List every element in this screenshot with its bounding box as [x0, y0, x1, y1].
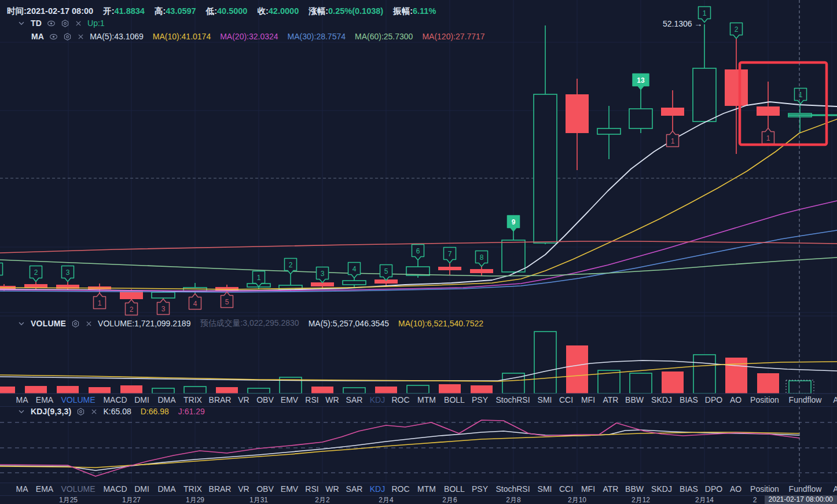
indicator-tab-a[interactable]: A [833, 483, 837, 495]
indicator-tab-ema[interactable]: EMA [36, 483, 53, 495]
td-signal-markers: 23123456789131211234511 [0, 7, 807, 315]
indicator-tab-mfi[interactable]: MFI [581, 483, 595, 495]
indicator-tab-bbw[interactable]: BBW [625, 483, 644, 495]
indicator-tab-mtm[interactable]: MTM [417, 394, 436, 406]
signal-tag-buy: 4 [348, 263, 361, 278]
indicator-tab-bias[interactable]: BIAS [680, 394, 698, 406]
indicator-tab-skdj[interactable]: SKDJ [651, 483, 672, 495]
info-label: 涨幅: [309, 6, 328, 16]
indicator-tab-rsi[interactable]: RSI [305, 394, 318, 406]
indicator-tab-atr[interactable]: ATR [603, 483, 619, 495]
indicator-tab-smi[interactable]: SMI [538, 483, 552, 495]
signal-tag-buy: 2 [730, 23, 743, 39]
kdj-layer [0, 420, 837, 476]
gear-icon[interactable] [76, 407, 85, 416]
indicator-tab-kdj[interactable]: KDJ [370, 394, 385, 406]
indicator-tab-bias[interactable]: BIAS [680, 483, 698, 495]
ohlc-info-item: 高:43.0597 [155, 6, 196, 17]
volume-bar [757, 373, 779, 393]
indicator-tab-emv[interactable]: EMV [281, 394, 298, 406]
indicator-tab-trix[interactable]: TRIX [183, 394, 202, 406]
chevron-down-icon[interactable] [17, 319, 25, 328]
close-icon[interactable] [75, 20, 82, 27]
indicator-tab-dpo[interactable]: DPO [705, 394, 722, 406]
eye-icon[interactable] [49, 32, 58, 41]
indicator-tab-stochrsi[interactable]: StochRSI [495, 483, 530, 495]
indicator-tab-dmi[interactable]: DMI [134, 483, 149, 495]
info-value: 42.0000 [269, 6, 299, 16]
indicator-tab-vr[interactable]: VR [238, 394, 249, 406]
indicator-tab-rsi[interactable]: RSI [305, 483, 318, 495]
svg-text:8: 8 [480, 253, 484, 262]
indicator-tab-dmi[interactable]: DMI [134, 394, 149, 406]
indicator-tab-vr[interactable]: VR [238, 483, 249, 495]
indicator-tab-ma[interactable]: MA [16, 483, 28, 495]
indicator-tab-brar[interactable]: BRAR [209, 394, 232, 406]
indicator-tab-trix[interactable]: TRIX [183, 483, 202, 495]
indicator-tab-atr[interactable]: ATR [603, 394, 619, 406]
kdj-indicator-row: KDJ(9,3,3) K:65.08D:66.98J:61.29 [17, 407, 205, 416]
indicator-tab-dma[interactable]: DMA [157, 483, 175, 495]
indicator-tab-dma[interactable]: DMA [157, 394, 175, 406]
indicator-tab-smi[interactable]: SMI [538, 394, 552, 406]
indicator-tab-fundflow[interactable]: Fundflow [789, 483, 822, 495]
indicator-tab-ao[interactable]: AO [730, 394, 741, 406]
indicator-tab-kdj[interactable]: KDJ [370, 483, 385, 495]
signal-tag-buy: 2 [285, 259, 297, 283]
indicator-tab-a[interactable]: A [833, 394, 837, 406]
volume-indicator-values: VOLUME:1,721,099.2189预估成交量:3,022,295.283… [98, 318, 483, 329]
close-icon[interactable] [90, 408, 98, 415]
indicator-tab-ma[interactable]: MA [16, 394, 28, 406]
indicator-tab-sar[interactable]: SAR [346, 483, 363, 495]
gear-icon[interactable] [63, 32, 72, 41]
indicator-tab-roc[interactable]: ROC [391, 394, 409, 406]
indicator-tab-volume[interactable]: VOLUME [61, 483, 95, 495]
indicator-tab-psy[interactable]: PSY [472, 483, 488, 495]
indicator-tab-boll[interactable]: BOLL [444, 483, 465, 495]
svg-text:1: 1 [766, 134, 770, 142]
eye-icon[interactable] [47, 19, 56, 28]
indicator-tab-ema[interactable]: EMA [36, 394, 53, 406]
svg-text:9: 9 [512, 218, 516, 226]
indicator-tab-position[interactable]: Position [750, 394, 779, 406]
indicator-tab-mtm[interactable]: MTM [417, 483, 436, 495]
indicator-tab-macd[interactable]: MACD [103, 483, 127, 495]
indicator-tab-wr[interactable]: WR [325, 394, 339, 406]
indicator-tab-roc[interactable]: ROC [391, 483, 409, 495]
close-icon[interactable] [85, 320, 93, 328]
indicator-tab-brar[interactable]: BRAR [209, 483, 232, 495]
indicator-tab-bbw[interactable]: BBW [625, 394, 644, 406]
indicator-tab-ao[interactable]: AO [730, 483, 741, 495]
chevron-down-icon[interactable] [17, 407, 25, 415]
chevron-down-icon[interactable] [17, 19, 25, 27]
indicator-tab-cci[interactable]: CCI [559, 483, 573, 495]
close-icon[interactable] [77, 33, 85, 41]
svg-text:2: 2 [130, 306, 134, 314]
indicator-tab-emv[interactable]: EMV [281, 483, 298, 495]
indicator-tab-sar[interactable]: SAR [346, 394, 363, 406]
indicator-tab-stochrsi[interactable]: StochRSI [495, 394, 530, 406]
volume-bar [0, 387, 15, 393]
gear-icon[interactable] [71, 319, 80, 328]
gear-icon[interactable] [61, 19, 69, 28]
indicator-tab-mfi[interactable]: MFI [581, 394, 595, 406]
ohlc-info-bar: 时间:2021-02-17 08:00开:41.8834高:43.0597低:4… [7, 6, 436, 17]
info-label: 振幅: [393, 6, 413, 16]
volume-bar [662, 371, 684, 393]
indicator-tab-skdj[interactable]: SKDJ [651, 394, 672, 406]
indicator-tab-position[interactable]: Position [750, 483, 779, 495]
indicator-tab-wr[interactable]: WR [325, 483, 339, 495]
indicator-tab-obv[interactable]: OBV [256, 483, 274, 495]
indicator-tab-volume[interactable]: VOLUME [61, 394, 95, 406]
ma-lines-layer [0, 102, 837, 292]
indicator-tab-psy[interactable]: PSY [472, 394, 488, 406]
indicator-tab-macd[interactable]: MACD [103, 394, 127, 406]
indicator-tab-fundflow[interactable]: Fundflow [789, 394, 822, 406]
svg-text:2: 2 [289, 261, 293, 269]
indicator-tab-boll[interactable]: BOLL [444, 394, 465, 406]
indicator-tab-dpo[interactable]: DPO [705, 483, 722, 495]
info-label: 低: [206, 6, 217, 16]
indicator-tab-cci[interactable]: CCI [559, 394, 573, 406]
indicator-tab-obv[interactable]: OBV [256, 394, 274, 406]
signal-tag-buy: 3 [317, 267, 329, 283]
